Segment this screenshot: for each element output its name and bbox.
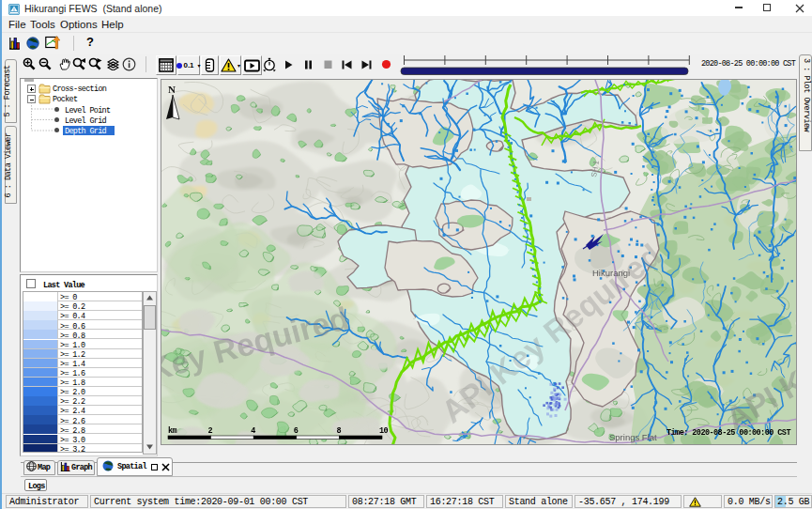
svg-text:N: N (168, 84, 176, 95)
svg-text:10: 10 (379, 426, 389, 436)
svg-text:Hikurangi: Hikurangi (592, 268, 630, 278)
svg-text:8: 8 (336, 426, 341, 436)
svg-text:Time: 2020-08-25 00:00:00 CST: Time: 2020-08-25 00:00:00 CST (666, 428, 790, 438)
svg-text:2: 2 (208, 426, 213, 436)
svg-text:6: 6 (294, 426, 299, 436)
svg-text:4: 4 (251, 426, 255, 436)
svg-text:Springs Flat: Springs Flat (609, 432, 657, 442)
svg-text:km: km (168, 426, 177, 436)
